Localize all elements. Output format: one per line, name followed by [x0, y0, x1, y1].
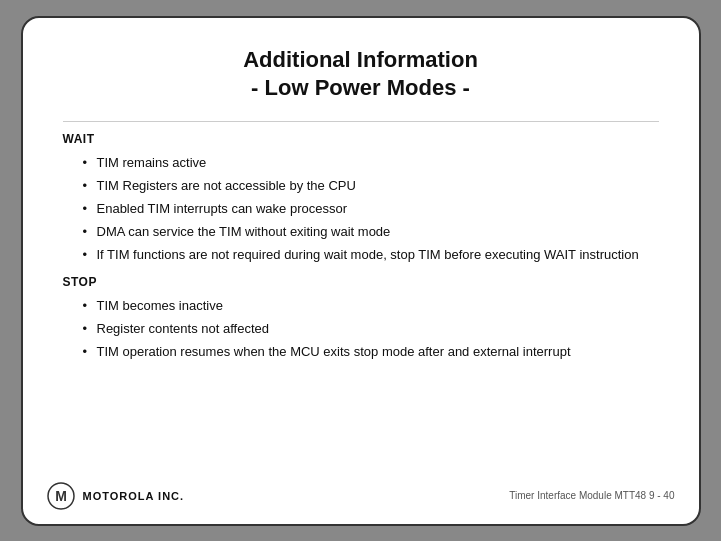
list-item: TIM remains active [83, 154, 659, 172]
wait-bullet-list: TIM remains active TIM Registers are not… [63, 154, 659, 265]
list-item: TIM Registers are not accessible by the … [83, 177, 659, 195]
wait-label: WAIT [63, 132, 659, 146]
stop-bullet-list: TIM becomes inactive Register contents n… [63, 297, 659, 362]
list-item: TIM becomes inactive [83, 297, 659, 315]
list-item: Register contents not affected [83, 320, 659, 338]
stop-section: STOP TIM becomes inactive Register conte… [63, 275, 659, 362]
page-reference: Timer Interface Module MTT48 9 - 40 [509, 490, 674, 501]
slide-container: Additional Information - Low Power Modes… [21, 16, 701, 526]
title-divider [63, 121, 659, 122]
svg-text:M: M [55, 488, 67, 504]
title-line1: Additional Information [243, 47, 478, 72]
list-item: DMA can service the TIM without exiting … [83, 223, 659, 241]
list-item: TIM operation resumes when the MCU exits… [83, 343, 659, 361]
list-item: Enabled TIM interrupts can wake processo… [83, 200, 659, 218]
motorola-icon: M [47, 482, 75, 510]
stop-label: STOP [63, 275, 659, 289]
slide-title: Additional Information - Low Power Modes… [63, 46, 659, 103]
title-line2: - Low Power Modes - [251, 75, 470, 100]
wait-section: WAIT TIM remains active TIM Registers ar… [63, 132, 659, 265]
footer: M MOTOROLA INC. Timer Interface Module M… [23, 482, 699, 510]
list-item: If TIM functions are not required during… [83, 246, 659, 264]
motorola-logo: M MOTOROLA INC. [47, 482, 185, 510]
motorola-text: MOTOROLA INC. [83, 490, 185, 502]
